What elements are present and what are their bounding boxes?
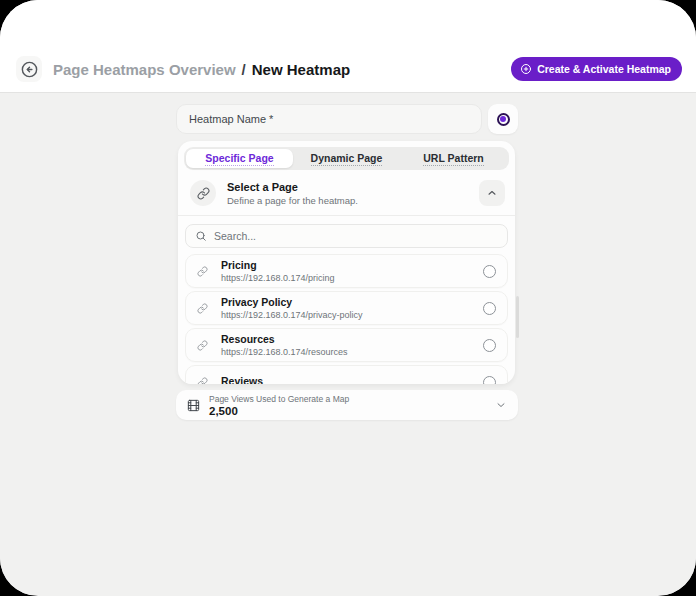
page-list-item[interactable]: Pricing https://192.168.0.174/pricing xyxy=(185,254,508,288)
app-window: Page Heatmaps Overview / New Heatmap Cre… xyxy=(0,0,696,596)
tab-dynamic-page[interactable]: Dynamic Page xyxy=(293,149,400,168)
link-icon xyxy=(197,377,208,385)
link-icon xyxy=(197,266,208,277)
page-list-item[interactable]: Reviews xyxy=(185,365,508,384)
page-item-text: Pricing https://192.168.0.174/pricing xyxy=(221,259,335,283)
select-page-titles: Select a Page Define a page for the heat… xyxy=(227,181,358,206)
page-item-radio[interactable] xyxy=(483,265,496,278)
page-views-dropdown[interactable]: Page Views Used to Generate a Map 2,500 xyxy=(176,390,518,420)
collapse-section-button[interactable] xyxy=(479,180,505,206)
page-item-title: Reviews xyxy=(221,375,263,384)
chevron-up-icon xyxy=(486,187,498,199)
tab-url-pattern[interactable]: URL Pattern xyxy=(400,149,507,168)
page-views-value: 2,500 xyxy=(209,405,349,417)
breadcrumb-separator: / xyxy=(242,61,246,78)
page-item-url: https://192.168.0.174/resources xyxy=(221,347,348,357)
page-item-radio[interactable] xyxy=(483,339,496,352)
radio-selected-icon[interactable] xyxy=(497,113,510,126)
page-item-radio[interactable] xyxy=(483,302,496,315)
page-title: New Heatmap xyxy=(252,61,350,78)
page-item-title: Privacy Policy xyxy=(221,296,363,308)
chevron-down-icon xyxy=(495,399,507,411)
select-page-title: Select a Page xyxy=(227,181,358,193)
tab-label: Dynamic Page xyxy=(311,152,383,166)
page-item-text: Reviews xyxy=(221,375,263,384)
plus-circle-icon xyxy=(520,63,532,75)
name-row xyxy=(176,104,518,134)
page-item-url: https://192.168.0.174/privacy-policy xyxy=(221,310,363,320)
page-list-item[interactable]: Resources https://192.168.0.174/resource… xyxy=(185,328,508,362)
page-views-text: Page Views Used to Generate a Map 2,500 xyxy=(209,394,349,417)
page-item-text: Privacy Policy https://192.168.0.174/pri… xyxy=(221,296,363,320)
link-icon xyxy=(190,180,216,206)
tab-label: Specific Page xyxy=(205,152,273,166)
select-page-subtitle: Define a page for the heatmap. xyxy=(227,195,358,206)
page-search xyxy=(185,224,508,248)
list-scrollbar-thumb[interactable] xyxy=(516,296,519,338)
page-body: Specific Page Dynamic Page URL Pattern xyxy=(0,93,696,595)
page-item-text: Resources https://192.168.0.174/resource… xyxy=(221,333,348,357)
page-item-title: Resources xyxy=(221,333,348,345)
section-divider xyxy=(178,215,515,216)
create-button-label: Create & Activate Heatmap xyxy=(537,63,671,75)
breadcrumb: Page Heatmaps Overview / New Heatmap xyxy=(53,61,350,78)
heatmap-name-radio-box[interactable] xyxy=(488,104,518,134)
film-icon xyxy=(187,399,200,412)
heatmap-name-input[interactable] xyxy=(176,104,482,134)
heatmap-form: Specific Page Dynamic Page URL Pattern xyxy=(176,104,518,420)
page-list-item[interactable]: Privacy Policy https://192.168.0.174/pri… xyxy=(185,291,508,325)
page-views-label: Page Views Used to Generate a Map xyxy=(209,394,349,404)
page-type-tabs: Specific Page Dynamic Page URL Pattern xyxy=(184,147,509,170)
breadcrumb-parent-link[interactable]: Page Heatmaps Overview xyxy=(53,61,236,78)
page-item-url: https://192.168.0.174/pricing xyxy=(221,273,335,283)
back-button[interactable] xyxy=(16,56,42,82)
search-input[interactable] xyxy=(214,230,498,242)
search-icon xyxy=(195,230,207,242)
link-icon xyxy=(197,340,208,351)
create-activate-heatmap-button[interactable]: Create & Activate Heatmap xyxy=(511,57,682,81)
page-item-radio[interactable] xyxy=(483,376,496,385)
link-icon xyxy=(197,303,208,314)
arrow-left-circle-icon xyxy=(20,60,39,79)
page-header: Page Heatmaps Overview / New Heatmap Cre… xyxy=(0,0,696,93)
page-list: Pricing https://192.168.0.174/pricing xyxy=(184,254,509,384)
select-page-header: Select a Page Define a page for the heat… xyxy=(184,170,509,215)
tab-label: URL Pattern xyxy=(423,152,483,166)
page-selection-card: Specific Page Dynamic Page URL Pattern xyxy=(178,141,515,384)
tab-specific-page[interactable]: Specific Page xyxy=(186,149,293,168)
page-item-title: Pricing xyxy=(221,259,335,271)
